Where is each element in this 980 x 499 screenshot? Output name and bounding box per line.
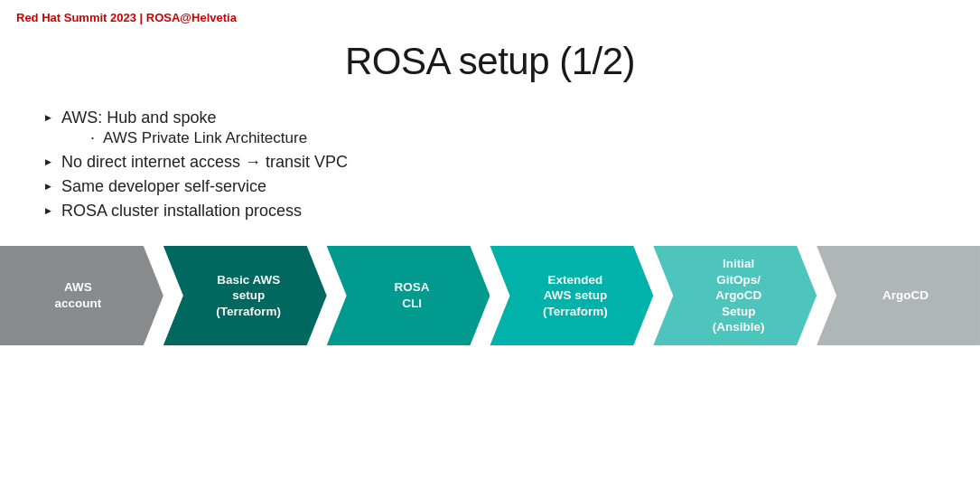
- list-item-2: No direct internet access → transit VPC: [45, 153, 953, 172]
- flow-step-3: ROSACLI: [327, 246, 490, 345]
- flow-step-5: InitialGitOps/ArgoCDSetup(Ansible): [653, 246, 817, 345]
- header: Red Hat Summit 2023 | ROSA@Helvetia: [0, 0, 980, 29]
- flow-step-5-label: InitialGitOps/ArgoCDSetup(Ansible): [680, 256, 790, 335]
- list-item-3: Same developer self-service: [45, 177, 953, 196]
- page-title: ROSA setup (1/2): [0, 40, 980, 83]
- flow-step-1-label: AWSaccount: [37, 279, 127, 311]
- flow-step-4: ExtendedAWS setup(Terraform): [490, 246, 653, 345]
- flow-step-4-label: ExtendedAWS setup(Terraform): [510, 272, 633, 320]
- flow-step-2: Basic AWSsetup(Terraform): [163, 246, 327, 345]
- list-item-1: AWS: Hub and spoke AWS Private Link Arch…: [45, 108, 953, 147]
- flow-step-6-label: ArgoCD: [850, 287, 947, 304]
- sub-bullet-list-1: AWS Private Link Architecture: [61, 129, 953, 147]
- sub-list-item-1: AWS Private Link Architecture: [89, 129, 953, 147]
- list-item-4: ROSA cluster installation process: [45, 202, 953, 221]
- flow-step-1: AWSaccount: [0, 246, 163, 345]
- flow-step-6: ArgoCD: [817, 246, 980, 345]
- flow-step-2-label: Basic AWSsetup(Terraform): [183, 272, 306, 320]
- flow-diagram: AWSaccount Basic AWSsetup(Terraform) ROS…: [0, 246, 980, 345]
- flow-step-3-label: ROSACLI: [362, 279, 455, 311]
- bullet-list: AWS: Hub and spoke AWS Private Link Arch…: [27, 108, 953, 221]
- content-area: AWS: Hub and spoke AWS Private Link Arch…: [0, 108, 980, 221]
- header-title: Red Hat Summit 2023 | ROSA@Helvetia: [16, 11, 237, 24]
